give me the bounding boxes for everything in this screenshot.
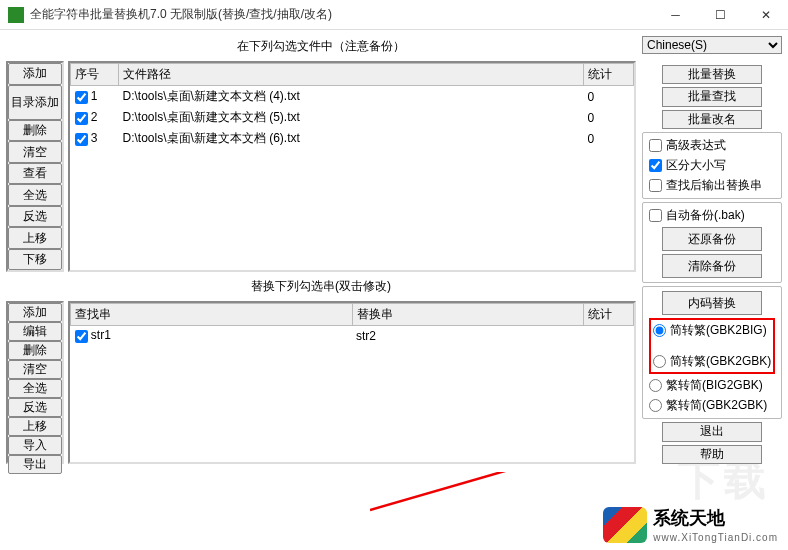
row-checkbox[interactable] (75, 91, 88, 104)
watermark: 系统天地 www.XiTongTianDi.com (603, 506, 778, 544)
cell-replace: str2 (352, 326, 584, 345)
app-icon (8, 7, 24, 23)
row-checkbox[interactable] (75, 112, 88, 125)
str-export-button[interactable]: 导出 (8, 455, 62, 474)
auto-backup-checkbox[interactable]: 自动备份(.bak) (649, 207, 775, 224)
options-group: 高级表达式 区分大小写 查找后输出替换串 (642, 132, 782, 199)
file-clear-button[interactable]: 清空 (8, 141, 62, 163)
table-row[interactable]: 1D:\tools\桌面\新建文本文档 (4).txt0 (71, 86, 634, 108)
str-move-up-button[interactable]: 上移 (8, 417, 62, 436)
file-delete-button[interactable]: 删除 (8, 120, 62, 142)
help-button[interactable]: 帮助 (662, 445, 762, 464)
string-table[interactable]: 查找串 替换串 统计 str1str2 (68, 301, 636, 464)
table-row[interactable]: str1str2 (71, 326, 634, 345)
file-add-button[interactable]: 添加 (8, 63, 62, 85)
titlebar: 全能字符串批量替换机7.0 无限制版(替换/查找/抽取/改名) ─ ☐ ✕ (0, 0, 788, 30)
clear-backup-button[interactable]: 清除备份 (662, 254, 762, 278)
col-stat[interactable]: 统计 (584, 64, 634, 86)
s2t-gbk2big-radio[interactable]: 简转繁(GBK2BIG) (653, 322, 771, 339)
case-sensitive-checkbox[interactable]: 区分大小写 (649, 157, 775, 174)
str-clear-button[interactable]: 清空 (8, 360, 62, 379)
batch-rename-button[interactable]: 批量改名 (662, 110, 762, 129)
str-invert-button[interactable]: 反选 (8, 398, 62, 417)
table-row[interactable]: 2D:\tools\桌面\新建文本文档 (5).txt0 (71, 107, 634, 128)
row-checkbox[interactable] (75, 330, 88, 343)
cell-path: D:\tools\桌面\新建文本文档 (4).txt (119, 86, 584, 108)
file-view-button[interactable]: 查看 (8, 163, 62, 185)
batch-replace-button[interactable]: 批量替换 (662, 65, 762, 84)
backup-group: 自动备份(.bak) 还原备份 清除备份 (642, 202, 782, 283)
file-select-all-button[interactable]: 全选 (8, 184, 62, 206)
cell-path: D:\tools\桌面\新建文本文档 (6).txt (119, 128, 584, 149)
str-edit-button[interactable]: 编辑 (8, 322, 62, 341)
top-section-label: 在下列勾选文件中（注意备份） (6, 36, 636, 57)
adv-expr-checkbox[interactable]: 高级表达式 (649, 137, 775, 154)
file-add-dir-button[interactable]: 目录添加 (8, 85, 62, 120)
minimize-button[interactable]: ─ (653, 0, 698, 30)
t2s-big2gbk-radio[interactable]: 繁转简(BIG2GBK) (649, 377, 775, 394)
watermark-url: www.XiTongTianDi.com (653, 532, 778, 543)
encoding-select[interactable]: Chinese(S) (642, 36, 782, 54)
close-button[interactable]: ✕ (743, 0, 788, 30)
svg-line-0 (370, 472, 640, 510)
str-delete-button[interactable]: 删除 (8, 341, 62, 360)
watermark-logo-icon (603, 507, 647, 543)
right-panel: Chinese(S) 批量替换 批量查找 批量改名 高级表达式 区分大小写 查找… (642, 36, 782, 464)
string-button-column: 添加 编辑 删除 清空 全选 反选 上移 导入 导出 (6, 301, 64, 464)
file-button-column: 添加 目录添加 删除 清空 查看 全选 反选 上移 下移 (6, 61, 64, 272)
code-replace-button[interactable]: 内码替换 (662, 291, 762, 315)
cell-stat: 0 (584, 86, 634, 108)
str-select-all-button[interactable]: 全选 (8, 379, 62, 398)
row-checkbox[interactable] (75, 133, 88, 146)
file-invert-button[interactable]: 反选 (8, 206, 62, 228)
batch-find-button[interactable]: 批量查找 (662, 87, 762, 106)
file-move-down-button[interactable]: 下移 (8, 249, 62, 271)
bottom-section-label: 替换下列勾选串(双击修改) (6, 276, 636, 297)
str-import-button[interactable]: 导入 (8, 436, 62, 455)
table-row[interactable]: 3D:\tools\桌面\新建文本文档 (6).txt0 (71, 128, 634, 149)
file-table[interactable]: 序号 文件路径 统计 1D:\tools\桌面\新建文本文档 (4).txt0 … (68, 61, 636, 272)
s2t-gbk2gbk-radio[interactable]: 简转繁(GBK2GBK) (653, 353, 771, 370)
col-replace[interactable]: 替换串 (352, 304, 584, 326)
cell-stat (584, 326, 634, 345)
col-seq[interactable]: 序号 (71, 64, 119, 86)
file-move-up-button[interactable]: 上移 (8, 227, 62, 249)
col-path[interactable]: 文件路径 (119, 64, 584, 86)
exit-button[interactable]: 退出 (662, 422, 762, 441)
cell-stat: 0 (584, 128, 634, 149)
cell-path: D:\tools\桌面\新建文本文档 (5).txt (119, 107, 584, 128)
cell-stat: 0 (584, 107, 634, 128)
output-after-find-checkbox[interactable]: 查找后输出替换串 (649, 177, 775, 194)
t2s-gbk2gbk-radio[interactable]: 繁转简(GBK2GBK) (649, 397, 775, 414)
str-add-button[interactable]: 添加 (8, 303, 62, 322)
window-title: 全能字符串批量替换机7.0 无限制版(替换/查找/抽取/改名) (30, 6, 653, 23)
maximize-button[interactable]: ☐ (698, 0, 743, 30)
col-find[interactable]: 查找串 (71, 304, 353, 326)
watermark-name: 系统天地 (653, 508, 725, 528)
highlighted-options: 简转繁(GBK2BIG) 简转繁(GBK2GBK) (649, 318, 775, 374)
restore-backup-button[interactable]: 还原备份 (662, 227, 762, 251)
col-stat2[interactable]: 统计 (584, 304, 634, 326)
code-replace-group: 内码替换 简转繁(GBK2BIG) 简转繁(GBK2GBK) 繁转简(BIG2G… (642, 286, 782, 419)
